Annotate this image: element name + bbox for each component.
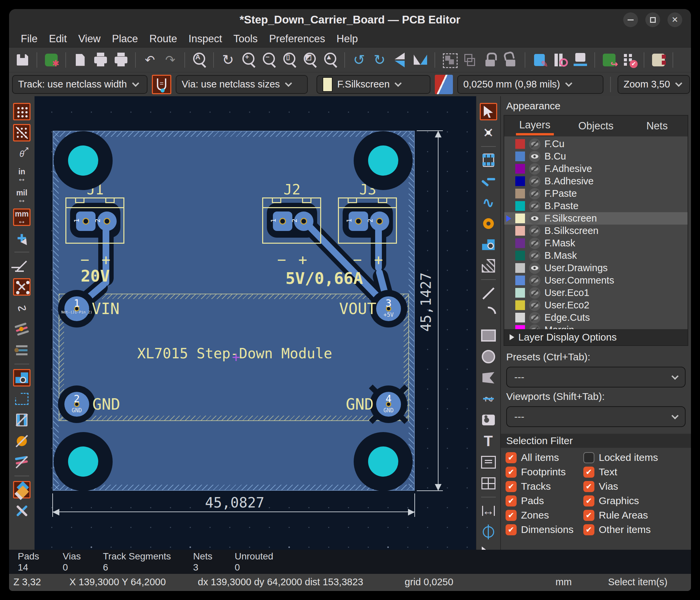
- menu-place[interactable]: Place: [106, 33, 144, 45]
- visibility-eye-icon[interactable]: [529, 250, 541, 261]
- pad-4-gnd[interactable]: 4 GND: [370, 385, 407, 423]
- filter-zones[interactable]: Zones: [505, 509, 583, 521]
- layer-row-fadhesive[interactable]: F.Adhesive: [504, 162, 688, 175]
- menu-tools[interactable]: Tools: [228, 33, 263, 45]
- layer-color-swatch[interactable]: [515, 164, 525, 174]
- menu-inspect[interactable]: Inspect: [183, 33, 228, 45]
- filter-tracks[interactable]: Tracks: [505, 481, 583, 492]
- zones-outline-icon[interactable]: [13, 390, 30, 407]
- add-text-icon[interactable]: [480, 432, 497, 450]
- highlight-nets-icon[interactable]: [13, 321, 30, 338]
- viewports-select[interactable]: ---: [506, 406, 685, 427]
- draw-line-icon[interactable]: [480, 284, 497, 302]
- update-pcb-from-schematic-icon[interactable]: [600, 51, 618, 69]
- layer-row-usereco2[interactable]: User.Eco2: [504, 299, 688, 311]
- layer-row-badhesive[interactable]: B.Adhesive: [504, 175, 688, 188]
- filter-other-items[interactable]: Other items: [583, 524, 690, 535]
- visibility-eye-icon[interactable]: [529, 139, 541, 150]
- menu-route[interactable]: Route: [144, 33, 183, 45]
- save-icon[interactable]: [14, 51, 31, 69]
- filter-dimensions[interactable]: Dimensions: [505, 524, 583, 535]
- grid-dots-icon[interactable]: [13, 103, 30, 120]
- menu-view[interactable]: View: [72, 33, 106, 45]
- filter-text[interactable]: Text: [583, 466, 690, 478]
- tune-length-icon[interactable]: [480, 194, 497, 211]
- zoom-in-icon[interactable]: +: [240, 51, 257, 69]
- grid-origin-icon[interactable]: [480, 523, 497, 541]
- preferences-tools-icon[interactable]: [13, 502, 30, 520]
- visibility-eye-icon[interactable]: [529, 287, 541, 299]
- net-inspector-icon[interactable]: [13, 342, 30, 359]
- layer-color-swatch[interactable]: [515, 214, 525, 223]
- tab-nets[interactable]: Nets: [627, 116, 688, 136]
- grid-select[interactable]: 0,0250 mm (0,98 mils): [457, 75, 603, 94]
- visibility-eye-icon[interactable]: [529, 188, 541, 199]
- layer-row-fmask[interactable]: F.Mask: [504, 237, 688, 249]
- menu-preferences[interactable]: Preferences: [264, 33, 331, 45]
- mounting-hole[interactable]: [354, 432, 413, 491]
- layer-row-margin[interactable]: Margin: [504, 324, 688, 329]
- footprint-library-browser-icon[interactable]: [551, 51, 569, 69]
- layer-color-swatch[interactable]: [515, 313, 525, 322]
- filter-locked-items[interactable]: Locked items: [583, 452, 690, 463]
- layer-color-swatch[interactable]: [515, 251, 525, 260]
- print-icon[interactable]: [92, 51, 109, 69]
- via-size-select[interactable]: Via: use netclass sizes: [176, 75, 308, 94]
- dimension-line-horizontal[interactable]: [53, 511, 415, 512]
- add-via-icon[interactable]: [480, 215, 497, 232]
- show-ratsnest-icon[interactable]: [13, 278, 30, 296]
- 3d-viewer-icon[interactable]: [572, 51, 589, 69]
- layer-color-swatch[interactable]: [515, 176, 525, 186]
- constrain-45-degrees-icon[interactable]: [13, 257, 30, 275]
- draw-polygon-icon[interactable]: [480, 369, 497, 386]
- auto-track-width-button[interactable]: =: [152, 75, 171, 94]
- visibility-eye-icon[interactable]: [529, 275, 541, 286]
- pad-2-gnd[interactable]: 2 GND: [58, 385, 96, 423]
- layer-color-swatch[interactable]: [515, 151, 525, 161]
- layer-color-swatch[interactable]: [515, 201, 525, 211]
- zoom-fit-objects-icon[interactable]: ◩: [301, 51, 319, 69]
- menu-file[interactable]: File: [15, 33, 43, 45]
- connector-j2[interactable]: 1 2: [262, 197, 321, 244]
- draw-rectangle-icon[interactable]: [480, 327, 497, 344]
- hide-footprints-icon[interactable]: [13, 411, 30, 429]
- pad-1-vin[interactable]: 1 Net-(J1-Pin_2): [58, 290, 96, 327]
- layers-manager-icon[interactable]: [13, 481, 30, 498]
- refresh-view-icon[interactable]: [219, 51, 237, 69]
- plot-icon[interactable]: [112, 51, 130, 69]
- active-layer-select[interactable]: F.Silkscreen: [317, 75, 430, 94]
- curved-ratsnest-icon[interactable]: [13, 299, 30, 317]
- zoom-out-icon[interactable]: −: [260, 51, 278, 69]
- layer-pair-toggle-icon[interactable]: [435, 75, 453, 94]
- visibility-eye-icon[interactable]: [529, 238, 541, 249]
- menu-help[interactable]: Help: [331, 33, 364, 45]
- delete-tool-icon[interactable]: [480, 544, 497, 550]
- find-icon[interactable]: A: [191, 51, 208, 69]
- filter-graphics[interactable]: Graphics: [583, 495, 690, 506]
- layer-color-swatch[interactable]: [515, 263, 525, 273]
- layer-color-swatch[interactable]: [515, 189, 525, 198]
- maximize-button[interactable]: [645, 12, 660, 27]
- visibility-eye-icon[interactable]: [529, 225, 541, 236]
- visibility-eye-icon[interactable]: [529, 312, 541, 323]
- hide-tracks-icon[interactable]: [13, 453, 30, 471]
- layer-row-fpaste[interactable]: F.Paste: [504, 188, 688, 200]
- flip-horizontal-icon[interactable]: [412, 51, 429, 69]
- zoom-select[interactable]: Zoom 3,50: [618, 75, 690, 94]
- layer-color-swatch[interactable]: [515, 226, 525, 236]
- layer-row-usereco1[interactable]: User.Eco1: [504, 286, 688, 299]
- layer-color-swatch[interactable]: [515, 325, 525, 329]
- layer-color-swatch[interactable]: [515, 288, 525, 298]
- layer-color-swatch[interactable]: [515, 238, 525, 248]
- add-rule-area-icon[interactable]: [480, 257, 497, 275]
- design-rules-checker-icon[interactable]: [621, 51, 638, 69]
- layer-display-options[interactable]: Layer Display Options: [504, 329, 688, 345]
- highlight-net-icon[interactable]: [480, 124, 497, 142]
- units-mils-icon[interactable]: mil: [13, 188, 30, 205]
- mounting-hole[interactable]: [354, 131, 413, 190]
- layer-row-usercomments[interactable]: User.Comments: [504, 274, 688, 286]
- tab-layers[interactable]: Layers: [504, 116, 565, 136]
- add-table-icon[interactable]: [480, 475, 497, 492]
- rotate-cw-icon[interactable]: [371, 51, 388, 69]
- tab-objects[interactable]: Objects: [565, 116, 626, 136]
